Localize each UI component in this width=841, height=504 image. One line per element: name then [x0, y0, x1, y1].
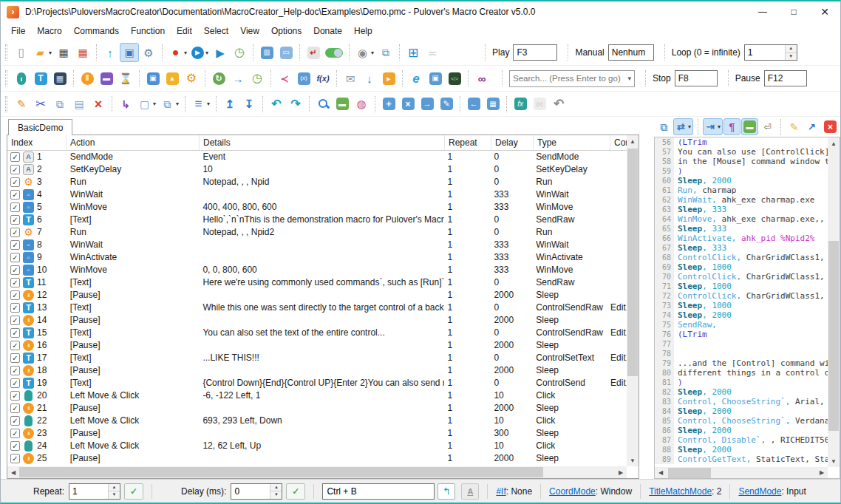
open-file-button[interactable]: ▰▾: [31, 43, 54, 62]
functions-manager-button[interactable]: fx: [511, 95, 530, 114]
delay-input[interactable]: [231, 484, 270, 499]
search-command-button[interactable]: ∞: [472, 69, 491, 88]
goto-command-button[interactable]: →: [228, 69, 248, 88]
row-checkbox[interactable]: ✓: [10, 316, 20, 325]
spin-up-icon[interactable]: ▲: [786, 45, 797, 53]
status-link[interactable]: TitleMatchMode: [649, 486, 712, 497]
menu-commands[interactable]: Commands: [68, 24, 125, 38]
apply-delay-button[interactable]: ✓: [286, 483, 305, 500]
scroll-left-icon[interactable]: ◀: [655, 467, 667, 479]
row-checkbox[interactable]: ✓: [10, 278, 20, 287]
scroll-thumb[interactable]: [668, 468, 711, 478]
delete-button[interactable]: ×: [89, 95, 108, 114]
paste-button[interactable]: ▤: [69, 95, 89, 114]
table-row[interactable]: ✓‖12[Pause]12000Sleep: [7, 289, 627, 302]
table-row[interactable]: ✓A2SetKeyDelay1010SetKeyDelay: [7, 163, 627, 176]
control-command-button[interactable]: ▣: [426, 69, 445, 88]
window-run-button[interactable]: →: [418, 95, 437, 114]
undo-button[interactable]: ↶: [267, 95, 286, 114]
play-hotkey-input[interactable]: [513, 44, 557, 61]
menu-macro[interactable]: Macro: [31, 24, 67, 38]
table-row[interactable]: ✓▫8WinWait1333WinWait: [7, 239, 627, 251]
windows-logo-button[interactable]: ⊞: [404, 43, 423, 62]
scroll-track[interactable]: [19, 466, 615, 478]
scroll-right-icon[interactable]: ▶: [816, 467, 828, 479]
table-row[interactable]: ✓⚙3RunNotepad, , , Npid10Run: [7, 176, 627, 188]
save-button[interactable]: ▦: [54, 43, 73, 62]
table-row[interactable]: ✓▫10WinMove0, 0, 800, 6001333WinMove: [7, 264, 627, 276]
row-checkbox[interactable]: ✓: [10, 366, 20, 375]
row-checkbox[interactable]: ✓: [10, 391, 20, 401]
refresh-code-button[interactable]: ⇄▾: [673, 118, 693, 135]
copy-button[interactable]: ⧉: [50, 95, 69, 114]
table-row[interactable]: ✓‖23[Pause]1300Sleep: [7, 427, 627, 440]
pause-command-button[interactable]: ‖: [78, 69, 97, 88]
horizontal-scrollbar[interactable]: ◀ ▶: [655, 467, 828, 478]
code-editor[interactable]: 56(LTrim57You can also use [ControlClick…: [654, 137, 840, 479]
message-window-button[interactable]: ▥: [257, 43, 276, 62]
row-checkbox[interactable]: ✓: [10, 303, 20, 313]
row-checkbox[interactable]: ✓: [10, 341, 20, 350]
close-code-button[interactable]: ×: [822, 118, 839, 135]
preview-window-button[interactable]: ▣: [120, 43, 139, 62]
shortcut-input[interactable]: [322, 483, 435, 500]
wait-command-button[interactable]: ⌛: [116, 69, 135, 88]
apply-repeat-button[interactable]: ✓: [124, 483, 143, 500]
loop-command-button[interactable]: ↻: [209, 69, 228, 88]
minimize-button[interactable]: —: [747, 1, 778, 22]
window-edit-button[interactable]: ✎: [437, 95, 456, 114]
hotstring-button[interactable]: A: [461, 483, 479, 500]
toolbar-grip[interactable]: [5, 96, 7, 112]
spin-up-icon[interactable]: ▲: [109, 484, 120, 492]
code-command-button[interactable]: </>: [445, 69, 464, 88]
row-checkbox[interactable]: ✓: [10, 328, 20, 338]
macro-list-view[interactable]: IndexActionDetailsRepeatDelayTypeCont ✓A…: [7, 135, 639, 479]
window-play-button[interactable]: ⧉: [376, 43, 395, 62]
formatting-marks-button[interactable]: ¶: [723, 118, 740, 135]
play-current-button[interactable]: ▶: [211, 43, 230, 62]
menu-view[interactable]: View: [234, 24, 265, 38]
table-row[interactable]: ✓‖16[Pause]12000Sleep: [7, 339, 627, 352]
function-button[interactable]: f(x): [313, 69, 333, 88]
row-checkbox[interactable]: ✓: [10, 177, 20, 187]
status-link[interactable]: SendMode: [738, 486, 781, 497]
revert-button[interactable]: ↶: [549, 95, 568, 114]
email-command-button[interactable]: ✉: [341, 69, 360, 88]
table-row[interactable]: ✓T13[Text]While this one was sent direct…: [7, 302, 627, 314]
duplicate-rows-button[interactable]: ⧉▾: [158, 95, 181, 114]
power-options-button[interactable]: ◉▾: [353, 43, 376, 62]
edit-code-button[interactable]: ✎: [786, 118, 803, 135]
scroll-up-icon[interactable]: ▲: [627, 135, 639, 147]
spin-down-icon[interactable]: ▼: [109, 491, 120, 499]
row-checkbox[interactable]: ✓: [10, 441, 20, 451]
scroll-left-icon[interactable]: ◀: [7, 466, 19, 478]
row-checkbox[interactable]: ✓: [10, 202, 20, 212]
column-header-type[interactable]: Type: [534, 135, 610, 150]
row-checkbox[interactable]: ✓: [10, 253, 20, 262]
toolbar-grip[interactable]: [5, 70, 7, 86]
spin-up-icon[interactable]: ▲: [270, 484, 282, 492]
table-row[interactable]: ✓T19[Text]{Control Down}{End}{Control UP…: [7, 377, 627, 389]
menu-file[interactable]: File: [5, 24, 31, 38]
play-macro-button[interactable]: ▶▾: [189, 43, 211, 62]
table-row[interactable]: ✓24Left Move & Click12, 62 Left, Up110Cl…: [7, 440, 627, 452]
play-timer-button[interactable]: ◷: [230, 43, 249, 62]
table-row[interactable]: ✓‖25[Pause]12000Sleep: [7, 452, 627, 465]
move-bottom-button[interactable]: ↧: [239, 95, 259, 114]
settings-check-button[interactable]: ⚙: [139, 43, 158, 62]
manual-hotkey-input[interactable]: [608, 44, 654, 61]
edit-row-button[interactable]: ✎: [12, 95, 31, 114]
show-comments-button[interactable]: ▬: [741, 118, 758, 135]
table-row[interactable]: ✓22Left Move & Click693, 293 Left, Down1…: [7, 415, 627, 427]
window-prev-button[interactable]: ←: [464, 95, 483, 114]
horizontal-scrollbar[interactable]: ◀ ▶: [7, 466, 627, 478]
row-checkbox[interactable]: ✓: [10, 240, 20, 250]
row-checkbox[interactable]: ✓: [10, 228, 20, 237]
row-checkbox[interactable]: ✓: [10, 190, 20, 200]
scroll-track[interactable]: [828, 149, 840, 455]
colors-button[interactable]: ◍: [352, 95, 371, 114]
column-header-repeat[interactable]: Repeat: [445, 135, 491, 150]
wrap-lines-button[interactable]: ⏎: [759, 118, 776, 135]
scroll-thumb[interactable]: [828, 241, 839, 431]
window-save-button[interactable]: ▦: [483, 95, 503, 114]
